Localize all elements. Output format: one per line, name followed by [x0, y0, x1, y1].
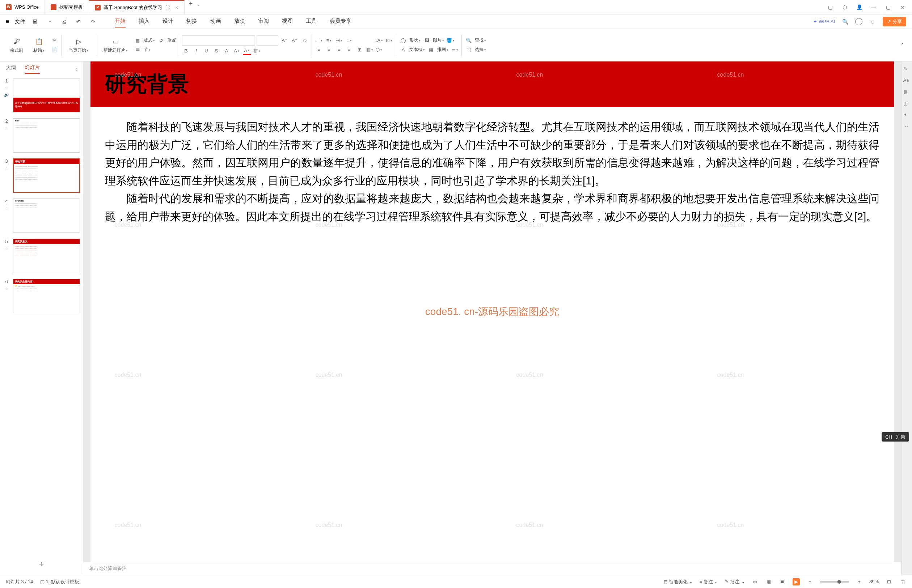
- rail-style-icon[interactable]: Aa: [903, 78, 910, 85]
- zoom-level[interactable]: 89%: [869, 579, 879, 585]
- star-icon[interactable]: ☆: [5, 126, 8, 131]
- star-icon[interactable]: ☆: [5, 246, 8, 251]
- zoom-in-icon[interactable]: +: [855, 578, 863, 585]
- thumbnail-5[interactable]: 5☆ 研究的意义................................…: [3, 239, 80, 273]
- find-button[interactable]: 查找: [475, 37, 486, 44]
- outline-icon[interactable]: ▭: [450, 46, 458, 54]
- fill-icon[interactable]: 🪣: [446, 37, 454, 44]
- align-center-icon[interactable]: ≡: [325, 46, 333, 54]
- cloud-icon[interactable]: [855, 18, 862, 25]
- tab-insert[interactable]: 插入: [139, 15, 149, 28]
- layout-button[interactable]: 版式: [144, 37, 155, 44]
- align-text-icon[interactable]: ⊡: [385, 37, 393, 44]
- avatar-icon[interactable]: 👤: [855, 3, 863, 11]
- from-current-group[interactable]: ▷ 当页开始: [65, 37, 93, 53]
- normal-view-icon[interactable]: ▭: [751, 578, 758, 585]
- find-icon[interactable]: 🔍: [465, 37, 473, 44]
- star-icon[interactable]: ☆: [5, 206, 8, 211]
- rail-pencil-icon[interactable]: ✎: [903, 66, 910, 73]
- reading-view-icon[interactable]: ▣: [779, 578, 786, 585]
- picture-button[interactable]: 图片: [433, 37, 444, 44]
- rail-template-icon[interactable]: ▦: [903, 89, 910, 96]
- decrease-font-icon[interactable]: A⁻: [291, 37, 298, 44]
- format-brush-group[interactable]: 🖌 格式刷: [6, 37, 28, 53]
- underline-icon[interactable]: U: [202, 47, 210, 55]
- shape-icon[interactable]: ◯: [399, 37, 407, 44]
- clear-format-icon[interactable]: ◇: [301, 37, 309, 44]
- print-icon[interactable]: 🖨: [60, 17, 68, 26]
- tab-view[interactable]: 视图: [282, 15, 293, 28]
- rail-material-icon[interactable]: ◫: [903, 100, 910, 108]
- rail-more-icon[interactable]: ⋯: [903, 124, 910, 131]
- tab-member[interactable]: 会员专享: [330, 15, 352, 28]
- share-button[interactable]: ↗ 分享: [883, 17, 906, 26]
- tab-document[interactable]: P 基于 SpringBoot 的在线学习 ⛶ ×: [89, 0, 185, 14]
- collapse-ribbon-icon[interactable]: ⌃: [898, 41, 906, 49]
- star-icon[interactable]: ☆: [5, 86, 8, 90]
- sorter-view-icon[interactable]: ▦: [765, 578, 772, 585]
- new-tab-button[interactable]: + ⌄: [185, 0, 205, 14]
- thumbnail-4[interactable]: 4☆ 研究的目的................................…: [3, 199, 80, 233]
- cube-icon[interactable]: ⬡: [841, 3, 848, 11]
- textbox-icon[interactable]: A: [399, 46, 407, 54]
- tab-slideshow[interactable]: 放映: [234, 15, 245, 28]
- thumbnail-6[interactable]: 6☆ 研究的主要内容💡 ............................…: [3, 279, 80, 313]
- font-family-select[interactable]: [182, 36, 254, 45]
- tab-docer[interactable]: 找稻壳模板: [45, 0, 89, 14]
- notes-button[interactable]: ≡ 备注 ⌄: [700, 578, 718, 585]
- select-icon[interactable]: ⬚: [465, 46, 473, 54]
- minimize-button[interactable]: —: [870, 3, 877, 11]
- numbering-icon[interactable]: ≡: [325, 37, 333, 44]
- fit-window-icon[interactable]: ⊡: [885, 578, 893, 585]
- copy-icon[interactable]: 📄: [50, 46, 58, 54]
- template-name[interactable]: ▢ 1_默认设计模板: [40, 578, 79, 585]
- thumbnail-3[interactable]: 3☆ 研究背景.................................…: [3, 158, 80, 193]
- section-icon[interactable]: ▤: [134, 46, 141, 54]
- outline-tab[interactable]: 大纲: [6, 65, 16, 73]
- thumbnail-1[interactable]: 1☆🔊 基于SpringBoot的在线学习过程管理系统软件的设计与实现PPT: [3, 78, 80, 113]
- save-icon[interactable]: 🖫: [31, 17, 39, 26]
- align-justify-icon[interactable]: ≡: [345, 46, 353, 54]
- line-spacing-icon[interactable]: ↕: [345, 37, 353, 44]
- fullscreen-icon[interactable]: ◲: [899, 578, 906, 585]
- search-icon[interactable]: 🔍: [841, 17, 849, 26]
- font-color-icon[interactable]: A: [243, 47, 251, 55]
- picture-icon[interactable]: 🖼: [423, 37, 431, 44]
- close-button[interactable]: ✕: [899, 3, 906, 11]
- tab-screen-icon[interactable]: ⛶: [165, 5, 170, 10]
- highlight-icon[interactable]: A: [233, 47, 241, 55]
- indent-icon[interactable]: ⇥: [335, 37, 343, 44]
- slide-body[interactable]: 随着科技的飞速发展与我国对技术人才的重视，我国经济快速地朝着数字化经济转型。尤其…: [91, 107, 894, 236]
- add-slide-button[interactable]: +: [0, 553, 83, 575]
- section-button[interactable]: 节: [144, 47, 151, 53]
- align-right-icon[interactable]: ≡: [335, 46, 343, 54]
- tab-design[interactable]: 设计: [162, 15, 173, 28]
- slides-tab[interactable]: 幻灯片: [24, 65, 40, 74]
- text-direction-icon[interactable]: ↕A: [375, 37, 383, 44]
- save-dropdown[interactable]: [45, 17, 54, 26]
- rail-animation-icon[interactable]: ✦: [903, 112, 910, 120]
- slide-title-bar[interactable]: 研究背景: [91, 61, 894, 107]
- font-size-select[interactable]: [257, 36, 278, 45]
- slideshow-view-icon[interactable]: ▶: [792, 578, 800, 585]
- cut-icon[interactable]: ✂: [50, 37, 58, 44]
- tab-wps-office[interactable]: W WPS Office: [0, 0, 45, 14]
- increase-font-icon[interactable]: A⁺: [280, 37, 288, 44]
- columns-icon[interactable]: ▥: [366, 46, 374, 54]
- ime-indicator[interactable]: CH ☽ 简: [881, 432, 909, 441]
- window-icon[interactable]: ▢: [826, 3, 834, 11]
- tab-tools[interactable]: 工具: [306, 15, 317, 28]
- thumbnail-2[interactable]: 2☆ 摘 要..................................…: [3, 118, 80, 153]
- textbox-button[interactable]: 文本框: [409, 47, 425, 53]
- comments-button[interactable]: ✎ 批注 ⌄: [725, 578, 745, 585]
- zoom-slider[interactable]: [820, 581, 849, 583]
- file-menu[interactable]: 文件: [15, 18, 25, 25]
- star-icon[interactable]: ☆: [5, 166, 8, 171]
- strike-icon[interactable]: S: [212, 47, 220, 55]
- reset-button[interactable]: 重置: [167, 37, 176, 44]
- hamburger-icon[interactable]: ≡: [6, 18, 9, 25]
- undo-icon[interactable]: ↶: [74, 17, 83, 26]
- chevron-down-icon[interactable]: ⌄: [197, 3, 200, 6]
- beautify-button[interactable]: ⊟ 智能美化 ⌄: [664, 578, 693, 585]
- smartart-icon[interactable]: ⬡: [375, 46, 383, 54]
